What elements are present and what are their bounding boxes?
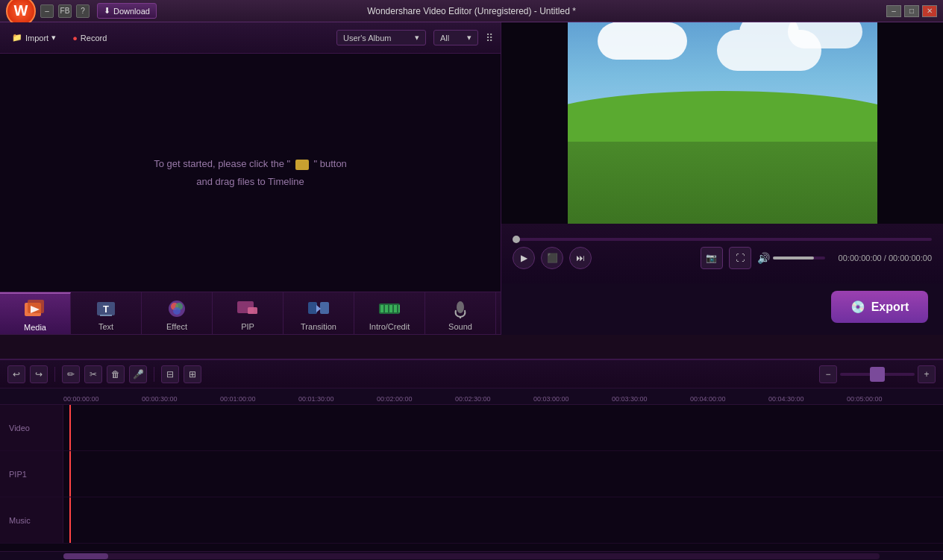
ruler-mark-4: 00:02:00:00 bbox=[377, 395, 455, 404]
zoom-out-button[interactable]: − bbox=[819, 365, 837, 383]
import-arrow: ▾ bbox=[51, 33, 56, 43]
zoom-slider[interactable] bbox=[840, 373, 915, 376]
svg-rect-12 bbox=[308, 302, 317, 314]
tab-text[interactable]: T Text bbox=[71, 292, 142, 334]
effect-tab-icon bbox=[165, 296, 189, 320]
record-button[interactable]: ● Record bbox=[68, 32, 111, 44]
tab-sound[interactable]: Sound bbox=[425, 292, 496, 334]
step-forward-button[interactable]: ⏭ bbox=[569, 247, 592, 269]
svg-rect-13 bbox=[320, 302, 329, 314]
close-button[interactable]: ✕ bbox=[922, 5, 937, 17]
tab-media[interactable]: Media bbox=[0, 292, 71, 334]
music-track-row: Music bbox=[0, 497, 943, 544]
tb-btn-3[interactable]: ? bbox=[76, 4, 90, 18]
pip-track-content[interactable] bbox=[63, 451, 943, 497]
filter-dropdown[interactable]: All ▾ bbox=[433, 30, 478, 45]
window-controls: – □ ✕ bbox=[886, 5, 937, 17]
horizontal-scrollbar[interactable] bbox=[63, 553, 880, 559]
tab-bar: Media T Text bbox=[0, 292, 501, 335]
record-audio-button[interactable]: 🎤 bbox=[129, 365, 147, 383]
pip-track-playhead bbox=[69, 451, 71, 497]
volume-slider[interactable] bbox=[773, 257, 825, 259]
scrollbar-thumb[interactable] bbox=[63, 553, 108, 559]
album-dropdown[interactable]: User's Album ▾ bbox=[336, 30, 426, 45]
import-button[interactable]: 📁 Import ▾ bbox=[7, 31, 60, 44]
export-button[interactable]: 💿 Export bbox=[831, 291, 928, 323]
svg-rect-19 bbox=[394, 305, 397, 312]
video-track-content[interactable] bbox=[63, 405, 943, 450]
album-label: User's Album bbox=[343, 34, 391, 43]
tb-btn-2[interactable]: FB bbox=[58, 4, 72, 18]
ruler-mark-7: 00:03:30:00 bbox=[612, 395, 690, 404]
pip-track-row: PIP1 bbox=[0, 451, 943, 497]
add-transition-button[interactable]: ⊟ bbox=[161, 365, 179, 383]
timeline-tracks: Video PIP1 Music bbox=[0, 405, 943, 551]
minimize-button[interactable]: – bbox=[886, 5, 901, 17]
import-label: Import bbox=[25, 34, 48, 43]
tab-transition[interactable]: Transition bbox=[283, 292, 354, 334]
svg-rect-20 bbox=[398, 305, 400, 312]
snapshot-button[interactable]: 📷 bbox=[701, 247, 723, 269]
fullscreen-button[interactable]: ⛶ bbox=[729, 247, 751, 269]
music-track-content[interactable] bbox=[63, 497, 943, 543]
music-track-label: Music bbox=[0, 497, 63, 543]
ruler-mark-1: 00:00:30:00 bbox=[142, 395, 220, 404]
ruler-mark-8: 00:04:00:00 bbox=[690, 395, 768, 404]
cut-button[interactable]: ✂ bbox=[84, 365, 102, 383]
volume-icon: 🔊 bbox=[757, 252, 770, 264]
album-arrow-icon: ▾ bbox=[415, 33, 419, 43]
zoom-thumb bbox=[870, 367, 885, 382]
export-label: Export bbox=[871, 301, 909, 314]
svg-point-9 bbox=[173, 307, 181, 315]
edit-button[interactable]: ✏ bbox=[62, 365, 80, 383]
ruler-mark-0: 00:00:00:00 bbox=[63, 395, 142, 404]
tab-intro[interactable]: Intro/Credit bbox=[354, 292, 425, 334]
stop-button[interactable]: ⬛ bbox=[541, 247, 563, 269]
filter-label: All bbox=[440, 34, 449, 43]
tab-sound-label: Sound bbox=[448, 322, 472, 331]
zoom-control: − + bbox=[819, 365, 936, 383]
volume-control: 🔊 bbox=[757, 252, 825, 264]
volume-fill bbox=[773, 257, 814, 259]
tb-btn-1[interactable]: – bbox=[40, 4, 54, 18]
maximize-button[interactable]: □ bbox=[904, 5, 919, 17]
download-button[interactable]: ⬇ Download bbox=[97, 3, 157, 19]
record-label: Record bbox=[81, 34, 107, 43]
cloud-3 bbox=[788, 22, 862, 48]
video-track-row: Video bbox=[0, 405, 943, 451]
video-track-playhead bbox=[69, 405, 71, 450]
grass-background bbox=[568, 142, 877, 224]
main-area: 📁 Import ▾ ● Record User's Album ▾ All ▾… bbox=[0, 22, 943, 335]
add-clip-button[interactable]: ⊞ bbox=[184, 365, 201, 383]
play-button[interactable]: ▶ bbox=[513, 247, 535, 269]
tl-sep-1 bbox=[54, 367, 55, 382]
tab-pip-label: PIP bbox=[241, 322, 254, 331]
sound-tab-icon bbox=[448, 296, 472, 320]
undo-button[interactable]: ↩ bbox=[7, 365, 25, 383]
time-display: 00:00:00:00 / 00:00:00:00 bbox=[839, 254, 932, 262]
timeline-ruler: 00:00:00:00 00:00:30:00 00:01:00:00 00:0… bbox=[0, 388, 943, 405]
text-tab-icon: T bbox=[94, 296, 118, 320]
tab-pip[interactable]: PIP bbox=[213, 292, 283, 334]
zoom-in-button[interactable]: + bbox=[918, 365, 936, 383]
tl-sep-2 bbox=[154, 367, 154, 382]
grid-view-icon[interactable]: ⠿ bbox=[486, 32, 493, 44]
video-track-label: Video bbox=[0, 405, 63, 450]
redo-button[interactable]: ↪ bbox=[30, 365, 48, 383]
ruler-mark-9: 00:04:30:00 bbox=[768, 395, 847, 404]
tab-text-label: Text bbox=[98, 322, 113, 331]
pip-tab-icon bbox=[236, 296, 260, 320]
export-icon: 💿 bbox=[850, 300, 865, 314]
svg-point-21 bbox=[457, 301, 464, 313]
timeline-scrubber[interactable] bbox=[513, 238, 932, 241]
media-content-area: To get started, please click the " " but… bbox=[0, 54, 501, 292]
preview-controls: ▶ ⬛ ⏭ 📷 ⛶ 🔊 00:00:00:00 / 00:00:00:00 bbox=[501, 224, 943, 283]
export-area: 💿 Export bbox=[501, 283, 943, 335]
svg-rect-17 bbox=[385, 305, 388, 312]
preview-video bbox=[568, 22, 877, 224]
ruler-mark-2: 00:01:00:00 bbox=[220, 395, 298, 404]
pip-track-label: PIP1 bbox=[0, 451, 63, 497]
hint-line1: To get started, please click the " " but… bbox=[154, 158, 347, 169]
tab-effect[interactable]: Effect bbox=[142, 292, 213, 334]
delete-button[interactable]: 🗑 bbox=[107, 365, 125, 383]
